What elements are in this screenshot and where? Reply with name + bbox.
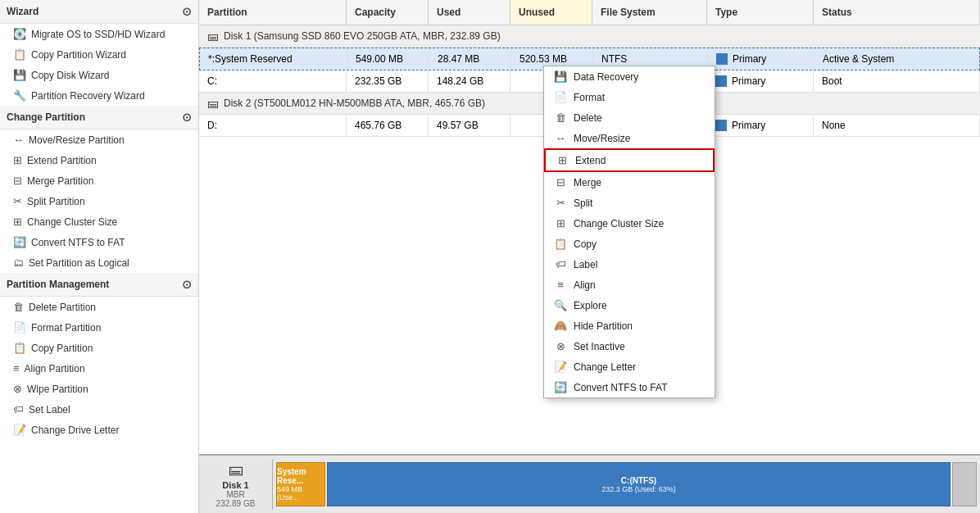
cm-item-move-resize-label: Move/Resize bbox=[574, 133, 630, 144]
cm-item-merge[interactable]: ⊟ Merge bbox=[544, 172, 715, 193]
partition-status: Active & System bbox=[814, 48, 979, 70]
cm-item-change-cluster-size-label: Change Cluster Size bbox=[574, 218, 664, 229]
disk-map: 🖴 Disk 1 MBR 232.89 GB System Rese... 54… bbox=[199, 454, 980, 513]
cm-item-align[interactable]: ≡ Align bbox=[544, 275, 715, 295]
col-header-unused: Unused bbox=[510, 0, 592, 25]
cm-item-explore[interactable]: 🔍 Explore bbox=[544, 295, 715, 316]
sidebar-section-wizard: Wizard ⊙ bbox=[0, 0, 198, 24]
label-cm-icon: 🏷 bbox=[554, 258, 567, 270]
disk2-label: Disk 2 (ST500LM012 HN-M500MBB ATA, MBR, … bbox=[224, 98, 485, 109]
change-drive-letter-icon: 📝 bbox=[13, 424, 26, 436]
cm-item-align-label: Align bbox=[574, 279, 596, 291]
sidebar-item-change-drive-letter[interactable]: 📝 Change Drive Letter bbox=[0, 420, 198, 440]
sidebar-item-merge-partition-label: Merge Partition bbox=[27, 175, 93, 187]
disk-map-label: 🖴 Disk 1 MBR 232.89 GB bbox=[199, 459, 273, 510]
sidebar-item-partition-recovery-wizard-label: Partition Recovery Wizard bbox=[31, 90, 145, 102]
split-cm-icon: ✂ bbox=[554, 197, 567, 209]
cm-item-extend[interactable]: ⊞ Extend bbox=[544, 148, 715, 172]
disk-map-size: 232.89 GB bbox=[216, 499, 256, 508]
sidebar: Wizard ⊙ 💽 Migrate OS to SSD/HD Wizard 📋… bbox=[0, 0, 199, 513]
cm-item-change-cluster-size[interactable]: ⊞ Change Cluster Size bbox=[544, 213, 715, 234]
cm-item-split-label: Split bbox=[574, 197, 592, 209]
sidebar-item-migrate-os-label: Migrate OS to SSD/HD Wizard bbox=[31, 29, 165, 40]
partition-mgmt-section-chevron-icon[interactable]: ⊙ bbox=[182, 278, 192, 291]
change-partition-section-chevron-icon[interactable]: ⊙ bbox=[182, 111, 192, 124]
sidebar-item-partition-recovery-wizard[interactable]: 🔧 Partition Recovery Wizard bbox=[0, 85, 198, 106]
cm-item-delete[interactable]: 🗑 Delete bbox=[544, 107, 715, 128]
disk1-label: Disk 1 (Samsung SSD 860 EVO 250GB ATA, M… bbox=[224, 30, 501, 42]
cm-item-format-label: Format bbox=[574, 92, 605, 103]
data-recovery-icon: 💾 bbox=[554, 70, 567, 83]
set-partition-logical-icon: 🗂 bbox=[13, 256, 24, 269]
wipe-partition-icon: ⊗ bbox=[13, 383, 22, 395]
change-letter-cm-icon: 📝 bbox=[554, 361, 567, 373]
sidebar-item-format-partition[interactable]: 📄 Format Partition bbox=[0, 317, 198, 338]
cm-item-move-resize[interactable]: ↔ Move/Resize bbox=[544, 128, 715, 148]
type-indicator bbox=[716, 53, 728, 65]
disk2-icon: 🖴 bbox=[207, 97, 219, 110]
partition-type: Primary bbox=[707, 115, 814, 136]
map-partition-c-sub: 232.3 GB (Used: 63%) bbox=[601, 485, 676, 493]
cm-item-hide-partition[interactable]: 🙈 Hide Partition bbox=[544, 316, 715, 336]
sidebar-item-set-partition-logical[interactable]: 🗂 Set Partition as Logical bbox=[0, 252, 198, 273]
sidebar-item-delete-partition[interactable]: 🗑 Delete Partition bbox=[0, 297, 198, 317]
map-partition-system-reserved[interactable]: System Rese... 549 MB (Use... bbox=[276, 462, 325, 506]
sidebar-item-convert-ntfs-fat[interactable]: 🔄 Convert NTFS to FAT bbox=[0, 232, 198, 252]
partition-status: None bbox=[814, 115, 980, 136]
cm-item-format[interactable]: 📄 Format bbox=[544, 87, 715, 107]
sidebar-item-migrate-os[interactable]: 💽 Migrate OS to SSD/HD Wizard bbox=[0, 24, 198, 44]
col-header-filesystem: File System bbox=[592, 0, 707, 25]
sidebar-item-set-label[interactable]: 🏷 Set Label bbox=[0, 399, 198, 420]
change-cluster-size-icon: ⊞ bbox=[13, 216, 22, 228]
table-header: Partition Capacity Used Unused File Syst… bbox=[199, 0, 980, 25]
sidebar-item-copy-partition-wizard[interactable]: 📋 Copy Partition Wizard bbox=[0, 44, 198, 65]
cm-item-convert-ntfs-fat[interactable]: 🔄 Convert NTFS to FAT bbox=[544, 377, 715, 397]
cm-item-set-inactive[interactable]: ⊗ Set Inactive bbox=[544, 336, 715, 356]
sidebar-item-align-partition[interactable]: ≡ Align Partition bbox=[0, 358, 198, 379]
disk-map-type: MBR bbox=[226, 490, 244, 499]
sidebar-section-change-partition-label: Change Partition bbox=[7, 111, 85, 123]
disk-map-name: Disk 1 bbox=[222, 480, 248, 490]
cm-item-label[interactable]: 🏷 Label bbox=[544, 254, 715, 275]
partition-name: C: bbox=[199, 70, 347, 92]
sidebar-item-change-cluster-size[interactable]: ⊞ Change Cluster Size bbox=[0, 211, 198, 232]
sidebar-item-merge-partition[interactable]: ⊟ Merge Partition bbox=[0, 170, 198, 191]
map-partition-c[interactable]: C:(NTFS) 232.3 GB (Used: 63%) bbox=[327, 462, 951, 506]
cm-item-data-recovery[interactable]: 💾 Data Recovery bbox=[544, 66, 715, 87]
main-panel: Partition Capacity Used Unused File Syst… bbox=[199, 0, 980, 513]
sidebar-item-wipe-partition[interactable]: ⊗ Wipe Partition bbox=[0, 379, 198, 399]
sidebar-item-move-resize[interactable]: ↔ Move/Resize Partition bbox=[0, 129, 198, 150]
partition-type: Primary bbox=[707, 70, 814, 92]
map-partition-unallocated[interactable] bbox=[952, 462, 977, 506]
partition-capacity: 232.35 GB bbox=[347, 70, 429, 92]
wizard-section-chevron-icon[interactable]: ⊙ bbox=[182, 5, 192, 18]
partition-type: Primary bbox=[708, 48, 814, 70]
cm-item-change-letter[interactable]: 📝 Change Letter bbox=[544, 356, 715, 377]
convert-ntfs-fat-icon: 🔄 bbox=[13, 236, 26, 248]
sidebar-item-copy-disk-wizard[interactable]: 💾 Copy Disk Wizard bbox=[0, 65, 198, 85]
merge-partition-icon: ⊟ bbox=[13, 175, 22, 187]
cm-item-split[interactable]: ✂ Split bbox=[544, 193, 715, 213]
sidebar-item-extend-partition-label: Extend Partition bbox=[27, 155, 97, 166]
sidebar-section-change-partition: Change Partition ⊙ bbox=[0, 106, 198, 129]
sidebar-section-wizard-label: Wizard bbox=[7, 6, 39, 17]
sidebar-item-extend-partition[interactable]: ⊞ Extend Partition bbox=[0, 150, 198, 170]
sidebar-item-copy-partition[interactable]: 📋 Copy Partition bbox=[0, 338, 198, 358]
map-partition-c-label: C:(NTFS) bbox=[621, 476, 656, 485]
move-resize-cm-icon: ↔ bbox=[554, 132, 567, 144]
disk-map-icon: 🖴 bbox=[229, 461, 243, 479]
cm-item-hide-partition-label: Hide Partition bbox=[574, 320, 633, 332]
sidebar-item-set-label-label: Set Label bbox=[29, 404, 70, 415]
context-menu: 💾 Data Recovery 📄 Format 🗑 Delete ↔ Move… bbox=[543, 66, 715, 398]
delete-partition-icon: 🗑 bbox=[13, 301, 24, 313]
merge-cm-icon: ⊟ bbox=[554, 176, 567, 188]
convert-ntfs-fat-cm-icon: 🔄 bbox=[554, 381, 567, 393]
cm-item-convert-ntfs-fat-label: Convert NTFS to FAT bbox=[574, 382, 667, 393]
partition-used: 28.47 MB bbox=[429, 48, 511, 70]
explore-cm-icon: 🔍 bbox=[554, 299, 567, 311]
disk1-icon: 🖴 bbox=[207, 30, 219, 43]
cm-item-copy[interactable]: 📋 Copy bbox=[544, 234, 715, 254]
cm-item-change-letter-label: Change Letter bbox=[574, 361, 636, 373]
cm-item-extend-label: Extend bbox=[575, 155, 606, 166]
sidebar-item-split-partition[interactable]: ✂ Split Partition bbox=[0, 191, 198, 211]
